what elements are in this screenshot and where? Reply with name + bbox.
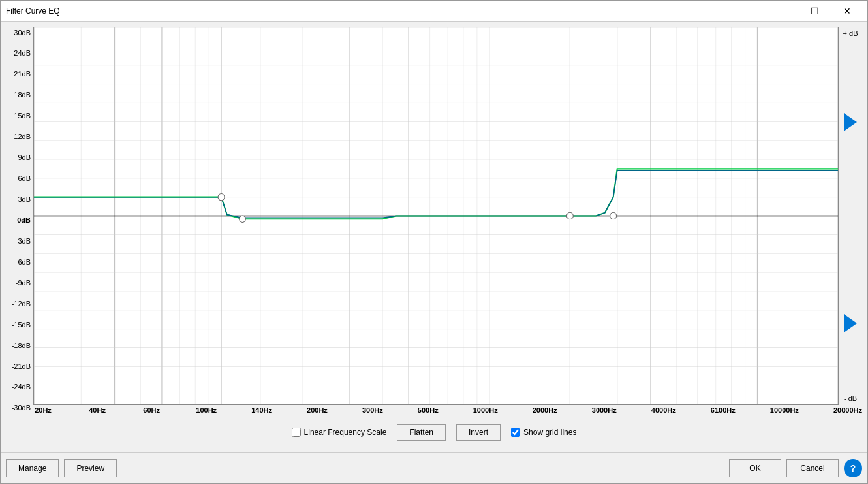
invert-button[interactable]: Invert xyxy=(456,424,501,441)
close-button[interactable]: ✕ xyxy=(832,2,862,20)
y-axis-label: 30dB xyxy=(14,27,31,39)
x-axis-label: 40Hz xyxy=(87,406,107,414)
x-axis-label: 10000Hz xyxy=(770,406,799,414)
x-axis-label: 140Hz xyxy=(251,406,272,414)
y-axis-label: -12dB xyxy=(12,298,31,310)
x-axis-label: 20000Hz xyxy=(833,406,862,414)
ok-button[interactable]: OK xyxy=(729,459,781,477)
eq-chart[interactable] xyxy=(33,27,839,405)
x-axis-label: 300Hz xyxy=(362,406,383,414)
linear-scale-label[interactable]: Linear Frequency Scale xyxy=(292,428,387,437)
y-axis-label: 6dB xyxy=(18,173,31,185)
title-bar: Filter Curve EQ — ☐ ✕ xyxy=(1,1,867,22)
upper-arrow-button[interactable] xyxy=(844,113,857,131)
show-grid-checkbox[interactable] xyxy=(511,428,520,437)
y-axis-label: -6dB xyxy=(16,256,31,268)
manage-button[interactable]: Manage xyxy=(6,459,59,477)
y-axis-label: 3dB xyxy=(18,194,31,206)
linear-scale-text: Linear Frequency Scale xyxy=(304,428,387,437)
svg-point-48 xyxy=(218,193,225,200)
y-axis-label: -18dB xyxy=(12,340,31,351)
flatten-button[interactable]: Flatten xyxy=(397,424,446,441)
title-bar-controls: — ☐ ✕ xyxy=(767,2,862,20)
x-axis-label: 100Hz xyxy=(196,406,217,414)
lower-arrow-button[interactable] xyxy=(844,314,857,332)
chart-area: 30dB24dB21dB18dB15dB12dB9dB6dB3dB0dB-3dB… xyxy=(6,27,862,414)
maximize-button[interactable]: ☐ xyxy=(799,2,829,20)
preview-button[interactable]: Preview xyxy=(64,459,117,477)
y-axis-label: 18dB xyxy=(14,89,31,101)
window-title: Filter Curve EQ xyxy=(6,7,60,16)
svg-point-49 xyxy=(240,216,246,222)
controls-row: Linear Frequency Scale Flatten Invert Sh… xyxy=(6,418,862,447)
svg-point-51 xyxy=(610,212,617,219)
x-axis-label: 2000Hz xyxy=(533,406,557,414)
minimize-button[interactable]: — xyxy=(767,2,797,20)
minus-db-label: - dB xyxy=(844,395,857,402)
show-grid-text: Show grid lines xyxy=(523,428,576,437)
plus-db-label: + dB xyxy=(843,29,858,37)
x-axis-label: 1000Hz xyxy=(473,406,498,414)
x-axis-label: 3000Hz xyxy=(592,406,617,414)
cancel-button[interactable]: Cancel xyxy=(786,459,839,477)
y-axis-label: 9dB xyxy=(18,152,31,164)
x-axis-label: 6100Hz xyxy=(711,406,736,414)
y-axis-label: -30dB xyxy=(12,402,31,414)
chart-wrapper: + dB - dB 20Hz40Hz60Hz100Hz140Hz200Hz300… xyxy=(33,27,862,414)
bottom-right-controls: OK Cancel ? xyxy=(729,459,862,477)
y-axis-label: 0dB xyxy=(17,214,31,226)
y-axis-label: -3dB xyxy=(16,235,31,247)
x-axis-label: 200Hz xyxy=(307,406,328,414)
y-axis-label: -21dB xyxy=(12,361,31,372)
x-axis-label: 60Hz xyxy=(142,406,161,414)
linear-scale-checkbox[interactable] xyxy=(292,428,301,437)
x-axis-label: 500Hz xyxy=(418,406,439,414)
y-axis: 30dB24dB21dB18dB15dB12dB9dB6dB3dB0dB-3dB… xyxy=(6,27,33,414)
bottom-left-controls: Manage Preview xyxy=(6,459,117,477)
y-axis-label: 15dB xyxy=(14,110,31,122)
x-axis-label: 20Hz xyxy=(33,406,53,414)
y-axis-label: 12dB xyxy=(14,131,31,143)
right-sidebar: + dB - dB xyxy=(839,27,862,405)
x-axis-label: 4000Hz xyxy=(651,406,676,414)
help-button[interactable]: ? xyxy=(844,459,862,477)
main-content: 30dB24dB21dB18dB15dB12dB9dB6dB3dB0dB-3dB… xyxy=(1,22,867,452)
svg-point-50 xyxy=(566,212,573,219)
y-axis-label: -15dB xyxy=(12,319,31,331)
show-grid-label[interactable]: Show grid lines xyxy=(511,428,576,437)
x-axis: 20Hz40Hz60Hz100Hz140Hz200Hz300Hz500Hz100… xyxy=(33,405,862,414)
y-axis-label: 24dB xyxy=(14,48,31,59)
bottom-bar: Manage Preview OK Cancel ? xyxy=(1,452,867,483)
y-axis-label: -24dB xyxy=(12,381,31,393)
filter-curve-eq-window: Filter Curve EQ — ☐ ✕ 30dB24dB21dB18dB15… xyxy=(0,0,868,484)
y-axis-label: -9dB xyxy=(16,277,31,289)
y-axis-label: 21dB xyxy=(14,69,31,80)
